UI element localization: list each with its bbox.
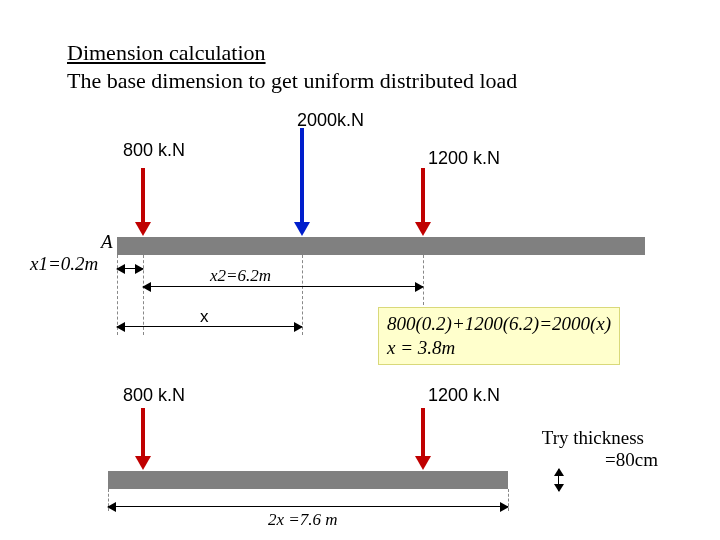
dim-2x-line [108,506,508,507]
thickness-value: =80cm [568,449,658,471]
dim-x2-line [143,286,423,287]
thickness-hint: Try thickness [504,427,644,449]
point-a-label: A [101,231,113,253]
dim-x1-label: x1=0.2m [30,253,98,275]
equation-box: 800(0.2)+1200(6.2)=2000(x) x = 3.8m [378,307,620,365]
dim-x2-label: x2=6.2m [210,266,271,286]
load-left-label: 800 k.N [123,140,185,161]
dim-2x-label: 2x =7.6 m [268,510,338,530]
load-right-label: 1200 k.N [428,148,500,169]
load-center-label: 2000k.N [297,110,364,131]
dim-x-label: x [200,307,209,327]
load-right-label-2: 1200 k.N [428,385,500,406]
lower-beam [108,471,508,489]
equation-line1: 800(0.2)+1200(6.2)=2000(x) [387,312,611,336]
equation-line2: x = 3.8m [387,336,611,360]
thickness-dim [558,469,559,491]
load-left-label-2: 800 k.N [123,385,185,406]
dim-x-line [117,326,302,327]
heading-subtitle: The base dimension to get uniform distri… [67,68,517,94]
heading-title: Dimension calculation [67,40,266,66]
dim-x1-line [117,268,143,269]
upper-beam [117,237,645,255]
dash-right-col [423,255,424,305]
